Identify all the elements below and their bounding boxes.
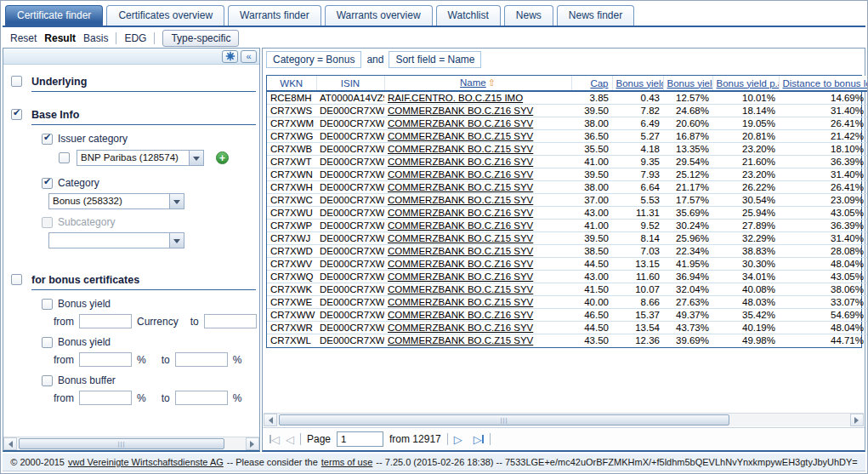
underlying-checkbox[interactable] xyxy=(11,76,22,87)
table-row: CR7XWPDE000CR7XWP5COMMERZBANK BO.C.Z16 S… xyxy=(267,220,867,232)
bonus-yield-pct-from-input[interactable] xyxy=(79,352,132,367)
certificate-name-link[interactable]: COMMERZBANK BO.C.Z15 SYV xyxy=(388,246,533,256)
bonus-yield-pct-to-input[interactable] xyxy=(175,352,228,367)
column-header-bonus-yield-p-a[interactable]: Bonus yield p.a. xyxy=(712,76,779,91)
certificate-name-link[interactable]: COMMERZBANK BO.C.Z16 SYV xyxy=(388,106,533,116)
column-header-bonus-yield[interactable]: Bonus yield xyxy=(663,76,712,91)
pagination-separator xyxy=(300,433,301,445)
company-link[interactable]: vwd Vereinigte Wirtschaftsdienste AG xyxy=(68,457,224,467)
type-specific-button[interactable]: Type-specific xyxy=(162,30,239,47)
issuer-dropdown[interactable]: BNP Paribas (128574) xyxy=(77,150,204,166)
issuer-category-checkbox[interactable] xyxy=(42,134,53,145)
bonus-certificates-checkbox[interactable] xyxy=(11,274,22,285)
cell-bonus-yield-pct: 16.87% xyxy=(663,130,712,143)
sidebar-horizontal-scrollbar[interactable]: ||| xyxy=(3,437,259,450)
tab-news[interactable]: News xyxy=(504,5,553,26)
subcategory-checkbox[interactable] xyxy=(42,217,53,228)
certificate-name-link[interactable]: COMMERZBANK BO.C.Z16 SYV xyxy=(388,157,533,167)
cell-wkn: CR7XWD xyxy=(267,245,316,258)
category-dropdown[interactable]: Bonus (258332) xyxy=(48,193,184,209)
scroll-left-icon[interactable] xyxy=(3,437,17,450)
certificate-name-link[interactable]: COMMERZBANK BO.C.Z16 SYV xyxy=(388,208,533,218)
column-header-cap[interactable]: Cap xyxy=(571,76,612,91)
scrollbar-thumb[interactable]: ||| xyxy=(19,438,224,449)
table-horizontal-scrollbar[interactable]: ||| xyxy=(264,413,864,426)
collapse-sidebar-button[interactable]: « xyxy=(241,50,257,63)
bonus-buffer-checkbox[interactable] xyxy=(42,375,53,386)
certificate-name-link[interactable]: COMMERZBANK BO.C.Z15 SYV xyxy=(388,195,533,205)
cell-cap: 3.85 xyxy=(571,91,612,105)
tab-certificate-finder[interactable]: Certificate finder xyxy=(5,5,103,26)
bonus-buffer-to-input[interactable] xyxy=(175,391,228,405)
certificate-name-link[interactable]: COMMERZBANK BO.C.Z16 SYV xyxy=(388,271,533,282)
cell-wkn: CR7XWP xyxy=(267,220,316,232)
subcategory-dropdown[interactable] xyxy=(48,232,184,248)
last-page-button[interactable]: ▷ xyxy=(474,433,484,446)
footer-bar: © 2000-2015 vwd Vereinigte Wirtschaftsdi… xyxy=(3,454,865,471)
column-header-bonus-yield[interactable]: Bonus yield xyxy=(612,76,663,91)
certificate-name-link[interactable]: COMMERZBANK BO.C.Z15 SYV xyxy=(388,144,533,154)
tab-news-finder[interactable]: News finder xyxy=(557,5,634,26)
scrollbar-thumb[interactable]: ||| xyxy=(279,414,729,425)
tab-result[interactable]: Result xyxy=(44,32,76,44)
certificate-name-link[interactable]: COMMERZBANK BO.C.Z16 SYV xyxy=(388,220,533,231)
certificate-name-link[interactable]: RAIF.CENTRO. BO.C.Z15 IMO xyxy=(388,93,523,103)
bonus-buffer-from-input[interactable] xyxy=(79,391,132,405)
bonus-yield-currency-from-input[interactable] xyxy=(79,314,132,328)
settings-button[interactable] xyxy=(222,50,238,63)
bonus-yield-currency-to-input[interactable] xyxy=(204,314,257,328)
filter-chip-sort[interactable]: Sort field = Name xyxy=(389,51,481,68)
issuer-item-checkbox[interactable] xyxy=(59,152,70,163)
tab-warrants-overview[interactable]: Warrants overview xyxy=(325,5,433,26)
table-row: CR7XWRDE000CR7XWR1COMMERZBANK BO.C.Z16 S… xyxy=(267,322,867,334)
tab-certificates-overview[interactable]: Certificates overview xyxy=(106,5,224,26)
cell-cap: 39.50 xyxy=(571,105,612,117)
base-info-checkbox[interactable] xyxy=(11,109,22,120)
certificate-name-link[interactable]: COMMERZBANK BO.C.Z16 SYV xyxy=(388,323,533,333)
cell-bonus-yield: 7.93 xyxy=(612,168,663,181)
cell-isin: DE000CR7XWG4 xyxy=(316,130,384,143)
certificate-name-link[interactable]: COMMERZBANK BO.C.Z16 SYV xyxy=(388,310,533,320)
scroll-right-icon[interactable] xyxy=(246,437,259,450)
certificate-name-link[interactable]: COMMERZBANK BO.C.Z15 SYV xyxy=(388,297,533,307)
tab-watchlist[interactable]: Watchlist xyxy=(436,5,501,26)
certificate-name-link[interactable]: COMMERZBANK BO.C.Z15 SYV xyxy=(388,335,533,346)
certificate-name-link[interactable]: COMMERZBANK BO.C.Z16 SYV xyxy=(388,118,533,128)
cell-distance-to-bonus-level: 33.07% xyxy=(779,296,867,309)
tab-edg[interactable]: EDG xyxy=(124,32,146,44)
first-page-button[interactable]: ◁ xyxy=(269,433,280,446)
add-issuer-icon[interactable]: + xyxy=(216,151,229,164)
issuer-category-label: Issuer category xyxy=(58,133,128,145)
page-input[interactable] xyxy=(337,431,383,447)
tab-basis[interactable]: Basis xyxy=(83,32,108,44)
previous-page-button[interactable]: ◁ xyxy=(286,433,294,446)
table-row: CR7XWCDE000CR7XWC3COMMERZBANK BO.C.Z15 S… xyxy=(267,194,867,207)
dropdown-arrow-icon[interactable] xyxy=(189,151,203,165)
certificate-name-link[interactable]: COMMERZBANK BO.C.Z15 SYV xyxy=(388,131,533,141)
certificate-name-link[interactable]: COMMERZBANK BO.C.Z16 SYV xyxy=(388,259,533,269)
reset-button[interactable]: Reset xyxy=(10,32,37,44)
certificate-name-link[interactable]: COMMERZBANK BO.C.Z15 SYV xyxy=(388,233,533,243)
cell-name: COMMERZBANK BO.C.Z15 SYV xyxy=(384,143,571,156)
next-page-button[interactable]: ▷ xyxy=(454,433,462,446)
scroll-left-icon[interactable] xyxy=(264,414,277,426)
cell-distance-to-bonus-level: 43.05% xyxy=(779,207,867,220)
dropdown-arrow-icon[interactable] xyxy=(169,233,184,248)
table-row: CR7XWNDE000CR7XWN0COMMERZBANK BO.C.Z16 S… xyxy=(267,168,867,181)
filter-conjunction: and xyxy=(366,54,383,66)
filter-chip-category[interactable]: Category = Bonus xyxy=(266,51,361,68)
certificate-name-link[interactable]: COMMERZBANK BO.C.Z15 SYV xyxy=(388,182,533,192)
terms-of-use-link[interactable]: terms of use xyxy=(321,457,373,467)
cell-name: RAIF.CENTRO. BO.C.Z15 IMO xyxy=(384,91,571,105)
certificate-name-link[interactable]: COMMERZBANK BO.C.Z15 SYV xyxy=(388,284,533,294)
dropdown-arrow-icon[interactable] xyxy=(169,194,184,208)
certificate-name-link[interactable]: COMMERZBANK BO.C.Z16 SYV xyxy=(388,169,533,180)
cell-distance-to-bonus-level: 48.04% xyxy=(779,322,867,334)
bonus-yield-pct-checkbox[interactable] xyxy=(42,337,53,348)
category-checkbox[interactable] xyxy=(42,178,53,189)
column-header-distance-to-bonus-level[interactable]: Distance to bonus level xyxy=(779,76,867,91)
bonus-yield-currency-checkbox[interactable] xyxy=(42,299,53,310)
tab-warrants-finder[interactable]: Warrants finder xyxy=(228,5,321,26)
column-header-name[interactable]: Name⇧ xyxy=(384,76,571,91)
scroll-right-icon[interactable] xyxy=(850,414,864,426)
